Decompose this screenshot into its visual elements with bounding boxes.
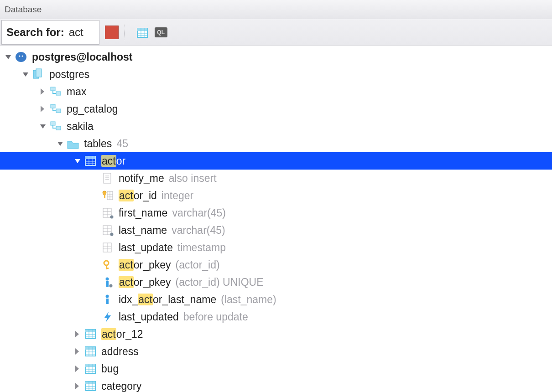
- table-icon: [84, 328, 97, 340]
- table-node[interactable]: actor_12: [0, 325, 552, 343]
- search-input[interactable]: [69, 26, 93, 39]
- schema-node-max[interactable]: max: [0, 83, 552, 100]
- toolbar-divider: [124, 25, 125, 40]
- table-label: address: [101, 346, 139, 358]
- expand-icon[interactable]: [39, 88, 47, 95]
- key-icon: [101, 258, 114, 271]
- table-node[interactable]: bug: [0, 360, 552, 377]
- child-label: actor_id: [119, 190, 157, 202]
- child-detail: before update: [183, 311, 248, 323]
- postgres-elephant-icon: [15, 51, 27, 63]
- trigger-icon: [101, 310, 114, 323]
- child-detail: varchar(45): [172, 224, 225, 237]
- schema-icon: [49, 120, 62, 133]
- table-icon: [84, 362, 97, 375]
- search-label: Search for:: [6, 26, 64, 39]
- tables-group-node[interactable]: tables 45: [0, 135, 552, 152]
- expand-icon[interactable]: [39, 105, 47, 113]
- stop-button[interactable]: [105, 26, 119, 39]
- window-title: Database: [5, 5, 42, 15]
- schema-label: sakila: [67, 120, 94, 133]
- child-label: last_update: [119, 242, 173, 254]
- child-detail: (actor_id): [176, 259, 220, 271]
- expand-icon[interactable]: [5, 53, 12, 61]
- tree-child-trigger-file[interactable]: notify_mealso insert: [0, 170, 552, 187]
- database-node[interactable]: postgres: [0, 66, 552, 83]
- col-plain-icon: [101, 241, 114, 254]
- schema-icon: [49, 85, 62, 98]
- table-icon: [84, 155, 97, 167]
- child-label: last_name: [119, 224, 167, 237]
- index-icon: [101, 276, 114, 289]
- tables-group-label: tables: [84, 138, 112, 150]
- schema-icon: [49, 103, 62, 115]
- expand-icon[interactable]: [74, 330, 81, 338]
- pk-col-icon: [101, 189, 114, 202]
- table-label: actor: [101, 155, 125, 167]
- toolbar: Search for: QL: [0, 19, 552, 46]
- child-label: last_updated: [119, 311, 179, 323]
- folder-icon: [67, 137, 79, 150]
- tree-child-col-plain[interactable]: last_updatetimestamp: [0, 239, 552, 256]
- schema-node-sakila[interactable]: sakila: [0, 118, 552, 135]
- child-label: first_name: [119, 207, 167, 219]
- table-label: actor_12: [101, 328, 143, 340]
- database-icon: [32, 68, 45, 81]
- child-label: actor_pkey: [119, 276, 171, 289]
- expand-icon[interactable]: [22, 71, 29, 78]
- expand-icon[interactable]: [74, 365, 81, 372]
- child-detail: (last_name): [221, 294, 276, 306]
- table-label: bug: [101, 363, 119, 375]
- child-label: notify_me: [119, 172, 164, 185]
- tree-child-index[interactable]: actor_pkey(actor_id) UNIQUE: [0, 273, 552, 291]
- tree-child-pk-col[interactable]: actor_idinteger: [0, 187, 552, 204]
- table-label: category: [101, 380, 141, 392]
- child-label: idx_actor_last_name: [119, 294, 216, 306]
- ql-console-button[interactable]: QL: [155, 27, 167, 37]
- child-label: actor_pkey: [119, 259, 171, 271]
- index-plain-icon: [101, 293, 114, 306]
- child-detail: varchar(45): [172, 207, 226, 219]
- expand-icon[interactable]: [74, 348, 81, 355]
- child-detail: also insert: [169, 172, 217, 185]
- table-node[interactable]: address: [0, 343, 552, 360]
- datasource-node[interactable]: postgres@localhost: [0, 48, 552, 66]
- datasource-label: postgres@localhost: [32, 51, 133, 63]
- child-detail: timestamp: [177, 242, 226, 254]
- table-node[interactable]: category: [0, 377, 552, 392]
- database-label: postgres: [49, 68, 89, 81]
- trigger-file-icon: [101, 172, 114, 185]
- tables-count: 45: [116, 138, 128, 150]
- table-icon: [84, 380, 97, 392]
- schema-node-pg-catalog[interactable]: pg_catalog: [0, 100, 552, 118]
- expand-icon[interactable]: [74, 382, 81, 390]
- tree-child-key[interactable]: actor_pkey(actor_id): [0, 256, 552, 273]
- expand-icon[interactable]: [57, 140, 64, 147]
- database-tree[interactable]: postgres@localhost postgres max pg_catal…: [0, 46, 552, 392]
- expand-icon[interactable]: [74, 157, 81, 165]
- col-icon: [101, 206, 114, 219]
- table-view-button[interactable]: [135, 26, 149, 39]
- col-icon: [101, 224, 114, 237]
- search-box[interactable]: Search for:: [1, 20, 99, 45]
- tree-child-col[interactable]: last_namevarchar(45): [0, 222, 552, 239]
- schema-label: max: [67, 86, 86, 98]
- table-node-actor[interactable]: actor: [0, 152, 552, 170]
- tree-child-col[interactable]: first_namevarchar(45): [0, 204, 552, 222]
- tree-child-index-plain[interactable]: idx_actor_last_name(last_name): [0, 291, 552, 308]
- table-icon: [84, 345, 97, 358]
- tree-child-trigger[interactable]: last_updatedbefore update: [0, 308, 552, 325]
- child-detail: integer: [161, 190, 193, 202]
- expand-icon[interactable]: [39, 123, 47, 130]
- schema-label: pg_catalog: [67, 103, 118, 115]
- child-detail: (actor_id) UNIQUE: [176, 276, 264, 289]
- window-titlebar: Database: [0, 0, 552, 19]
